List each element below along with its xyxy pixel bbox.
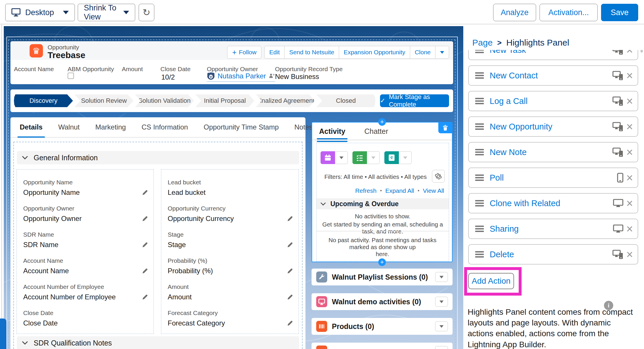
call-dropdown-button[interactable] xyxy=(399,151,412,164)
remove-action-icon[interactable]: × xyxy=(626,146,633,158)
action-card-new-note[interactable]: New Note × xyxy=(468,142,638,162)
log-call-button[interactable] xyxy=(384,151,399,164)
path-stage-finalized-agreement[interactable]: Finalized Agreement xyxy=(256,94,315,107)
related-list-walnut-playlist[interactable]: Walnut Playlist Sessions (0) xyxy=(312,269,453,285)
owner-link[interactable]: Nutasha Parker xyxy=(218,72,266,80)
refresh-button[interactable]: ↻ xyxy=(139,4,154,21)
activity-component[interactable]: Activity Chatter Filters: All time xyxy=(312,122,453,262)
filter-settings-button[interactable] xyxy=(432,170,445,183)
edit-pencil-icon[interactable] xyxy=(142,294,149,301)
path-stage-closed[interactable]: Closed xyxy=(316,94,376,107)
device-selector[interactable]: Desktop xyxy=(5,4,75,21)
tab-opportunity-time-stamp[interactable]: Opportunity Time Stamp xyxy=(204,123,279,131)
action-label[interactable]: Log a Call xyxy=(490,96,612,106)
more-actions-button[interactable] xyxy=(435,46,449,59)
action-label[interactable]: Sharing xyxy=(490,224,613,234)
highlights-panel-component[interactable]: ♛ Opportunity Treebase +Follow Edit Send… xyxy=(10,41,453,84)
action-card-clone-with-related[interactable]: Clone with Related × xyxy=(468,193,638,213)
drag-handle-icon[interactable] xyxy=(475,149,484,155)
action-card-poll[interactable]: Poll × xyxy=(468,168,638,188)
abm-opportunity-checkbox[interactable] xyxy=(68,73,74,79)
related-list-dropdown-button[interactable] xyxy=(435,346,448,349)
task-dropdown-button[interactable] xyxy=(367,151,380,164)
related-list-walnut-demo[interactable]: Walnut demo activities (0) xyxy=(312,293,453,310)
tab-activity[interactable]: Activity xyxy=(319,127,345,136)
remove-action-icon[interactable]: × xyxy=(626,249,633,260)
edit-pencil-icon[interactable] xyxy=(287,320,294,327)
edit-pencil-icon[interactable] xyxy=(142,268,149,275)
related-list-partial[interactable] xyxy=(312,343,453,349)
remove-action-icon[interactable]: × xyxy=(626,70,633,81)
field-label: Account Number of Employee xyxy=(23,283,104,290)
event-dropdown-button[interactable] xyxy=(335,151,348,164)
action-label[interactable]: New Contact xyxy=(490,71,612,80)
remove-action-icon[interactable]: × xyxy=(626,121,633,132)
breadcrumb-page-link[interactable]: Page xyxy=(472,38,493,48)
remove-action-icon[interactable]: × xyxy=(626,172,633,184)
new-event-button[interactable] xyxy=(321,151,335,164)
delete-component-button[interactable] xyxy=(438,122,452,133)
related-list-dropdown-button[interactable] xyxy=(435,321,448,331)
sdr-qualification-notes-section[interactable]: SDR Qualification Notes xyxy=(17,336,299,349)
edit-pencil-icon[interactable] xyxy=(287,215,294,222)
action-label[interactable]: New Opportunity xyxy=(490,122,612,132)
related-list-dropdown-button[interactable] xyxy=(435,297,448,307)
save-button[interactable]: Save xyxy=(601,4,638,21)
tab-details[interactable]: Details xyxy=(20,123,43,131)
action-label[interactable]: Poll xyxy=(490,173,617,183)
general-information-section[interactable]: General Information xyxy=(17,151,299,164)
edit-pencil-icon[interactable] xyxy=(287,242,294,249)
drag-handle-icon[interactable] xyxy=(475,98,484,104)
tab-chatter[interactable]: Chatter xyxy=(364,127,388,136)
upcoming-overdue-section[interactable]: Upcoming & Overdue xyxy=(316,198,449,209)
edit-pencil-icon[interactable] xyxy=(142,189,149,196)
action-card-sharing[interactable]: Sharing × xyxy=(468,219,638,239)
mark-stage-complete-button[interactable]: ✓ Mark Stage as Complete xyxy=(380,94,449,107)
action-label[interactable]: New Note xyxy=(490,147,612,157)
follow-button[interactable]: +Follow xyxy=(227,46,261,59)
path-stage-discovery[interactable]: Discovery xyxy=(14,94,73,107)
expansion-opportunity-button[interactable]: Expansion Opportunity xyxy=(339,46,410,59)
tab-marketing[interactable]: Marketing xyxy=(95,123,126,131)
clone-button[interactable]: Clone xyxy=(410,46,436,59)
path-stage-solution-validation[interactable]: Solution Validation xyxy=(135,94,194,107)
edit-pencil-icon[interactable] xyxy=(287,294,294,301)
path-stage-initial-proposal[interactable]: Initial Proposal xyxy=(196,94,255,107)
drag-handle-icon[interactable] xyxy=(475,72,484,79)
action-card-delete[interactable]: Delete × xyxy=(468,244,638,265)
change-owner-icon[interactable] xyxy=(269,73,275,79)
edit-pencil-icon[interactable] xyxy=(142,215,149,222)
action-card-new-contact[interactable]: New Contact × xyxy=(468,65,638,86)
activation-button[interactable]: Activation... xyxy=(540,4,598,21)
tab-cs-information[interactable]: CS Information xyxy=(142,123,188,131)
analyze-button[interactable]: Analyze xyxy=(493,4,536,21)
send-to-netsuite-button[interactable]: Send to Netsuite xyxy=(284,46,339,59)
remove-action-icon[interactable]: × xyxy=(626,197,633,209)
action-card-log-a-call[interactable]: Log a Call × xyxy=(468,91,638,111)
add-action-button[interactable]: Add Action xyxy=(468,273,514,289)
drag-handle-icon[interactable] xyxy=(475,251,484,258)
view-selector[interactable]: Shrink To View xyxy=(78,4,135,21)
action-card-new-opportunity[interactable]: New Opportunity × xyxy=(468,116,638,137)
related-list-products[interactable]: Products (0) xyxy=(312,318,453,335)
new-task-button[interactable] xyxy=(352,151,367,164)
related-list-dropdown-button[interactable] xyxy=(435,272,448,282)
action-label[interactable]: Delete xyxy=(490,250,612,259)
add-component-button-bottom[interactable]: + xyxy=(378,258,386,266)
expand-all-link[interactable]: Expand All xyxy=(385,187,414,194)
tab-walnut[interactable]: Walnut xyxy=(58,123,80,131)
remove-action-icon[interactable]: × xyxy=(626,223,633,235)
drag-handle-icon[interactable] xyxy=(475,200,484,206)
add-component-button-top[interactable]: + xyxy=(378,118,386,126)
path-stage-solution-review[interactable]: Solution Review xyxy=(75,94,134,107)
edit-pencil-icon[interactable] xyxy=(142,242,149,249)
refresh-link[interactable]: Refresh xyxy=(355,187,377,194)
edit-button[interactable]: Edit xyxy=(264,46,285,59)
drag-handle-icon[interactable] xyxy=(475,226,484,232)
edit-pencil-icon[interactable] xyxy=(287,268,294,275)
drag-handle-icon[interactable] xyxy=(475,123,484,130)
remove-action-icon[interactable]: × xyxy=(626,95,633,107)
view-all-link[interactable]: View All xyxy=(423,187,444,194)
action-label[interactable]: Clone with Related xyxy=(490,199,613,208)
drag-handle-icon[interactable] xyxy=(475,174,484,181)
